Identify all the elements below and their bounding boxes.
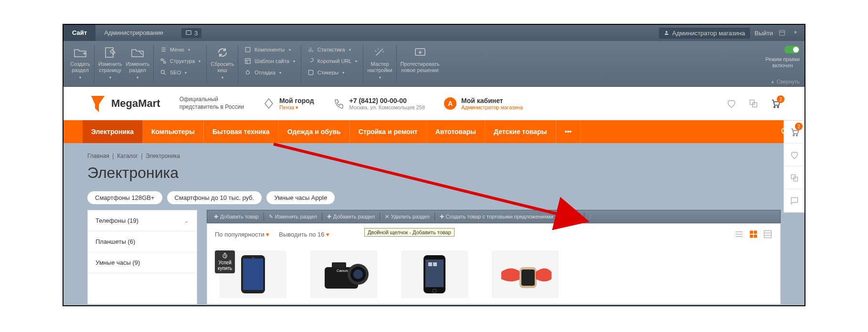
admin-ribbon: Создать раздел ▾ Изменить страницу ▾ Изм…	[64, 41, 804, 87]
logo-subtitle: Официальный представитель в России	[180, 96, 244, 111]
chevron-down-icon: ⌄	[184, 217, 189, 224]
tag-item[interactable]: Смартфоны до 10 тыс. руб.	[167, 191, 262, 204]
breadcrumb-home[interactable]: Главная	[87, 153, 109, 159]
nav-item-computers[interactable]: Компьютеры	[143, 120, 204, 143]
admin-user-button[interactable]: Администратор магазина	[659, 28, 750, 39]
ribbon-edit-mode[interactable]: Режим правки включен	[765, 46, 800, 69]
ribbon-menu[interactable]: Меню▾	[158, 45, 202, 54]
nav-item-clothing[interactable]: Одежда и обувь	[279, 120, 350, 143]
logout-link[interactable]: Выйти	[755, 30, 773, 37]
view-grid-icon[interactable]	[749, 229, 758, 239]
svg-point-2	[666, 31, 667, 33]
ribbon-debug[interactable]: Отладка▾	[242, 68, 297, 77]
category-sidebar: Телефоны (19) ⌄ Планшеты (6) Умные часы …	[87, 210, 197, 304]
svg-rect-15	[245, 47, 250, 52]
ribbon-stickers[interactable]: Стикеры▾	[305, 68, 360, 77]
edit-move-icon[interactable]	[560, 211, 570, 222]
svg-rect-37	[750, 231, 753, 234]
ribbon-label: Мастер настройки	[367, 61, 392, 73]
fixed-chat-icon[interactable]	[784, 189, 804, 212]
breadcrumb-catalog[interactable]: Каталог	[117, 153, 138, 159]
ribbon-structure[interactable]: Структура▾	[158, 56, 202, 66]
city-selector[interactable]: Мой город Пенза ▾	[263, 97, 314, 111]
edit-add-section[interactable]: ✚Добавить раздел	[323, 212, 379, 221]
ribbon-collapse[interactable]: ▲ Свернуть	[771, 79, 800, 84]
pin-icon[interactable]	[791, 29, 800, 37]
view-list-icon[interactable]	[734, 229, 744, 239]
ribbon-components[interactable]: Компоненты▾	[242, 45, 297, 54]
chart-icon	[307, 46, 314, 53]
link-icon	[307, 58, 314, 64]
svg-point-28	[774, 106, 775, 108]
ribbon-site-template[interactable]: Шаблон сайта▾	[242, 56, 297, 66]
edit-add-product[interactable]: ✚Добавить товар	[210, 212, 263, 221]
svg-point-64	[793, 135, 794, 136]
view-table-icon[interactable]	[763, 229, 773, 239]
tag-item[interactable]: Смартфоны 128GB+	[87, 191, 162, 204]
admin-notification[interactable]: 3	[181, 28, 201, 38]
ribbon-short-url[interactable]: Короткий URL▾	[305, 56, 360, 66]
tab-site[interactable]: Сайт	[64, 25, 95, 41]
close-icon: ✕	[385, 214, 389, 220]
component-edit-toolbar: ✚Добавить товар ✎Изменить раздел ✚Добави…	[207, 210, 781, 223]
product-card[interactable]	[396, 250, 473, 298]
edit-settings-icon[interactable]	[572, 211, 583, 222]
ribbon-statistics[interactable]: Статистика▾	[305, 45, 360, 54]
product-image: Canon	[310, 250, 377, 298]
fixed-compare-icon[interactable]	[784, 166, 804, 189]
avatar-icon: А	[444, 97, 456, 110]
compare-icon[interactable]	[748, 98, 759, 109]
edit-more-icon[interactable]: ⋮	[585, 211, 596, 222]
breadcrumb: Главная | Каталог | Электроника	[87, 153, 781, 159]
nav-item-more[interactable]: •••	[556, 120, 581, 143]
svg-rect-16	[245, 59, 251, 64]
nav-item-kids[interactable]: Детские товары	[485, 120, 556, 143]
tag-item[interactable]: Умные часы Apple	[266, 191, 335, 204]
nav-item-auto[interactable]: Автотовары	[427, 120, 485, 143]
ribbon-test-solution[interactable]: Протестировать новое решение	[399, 44, 442, 75]
category-smartwatch[interactable]: Умные часы (9)	[88, 252, 197, 273]
admin-topbar: Сайт Администрирование 3 Администратор м…	[64, 25, 804, 41]
edit-delete-section[interactable]: ✕Удалить раздел	[381, 212, 434, 221]
sticker-icon	[307, 69, 314, 76]
nav-item-appliances[interactable]: Бытовая техника	[204, 120, 279, 143]
ribbon-reset-cache[interactable]: Сбросить кеш ▾	[209, 44, 236, 82]
cabinet-block[interactable]: А Мой кабинет Администратор магазина	[444, 97, 523, 110]
svg-point-65	[796, 135, 797, 136]
admin-panel-icon[interactable]	[778, 29, 786, 37]
notification-icon	[185, 30, 192, 36]
tab-administration[interactable]: Администрирование	[95, 25, 172, 41]
sort-dropdown[interactable]: По популярности	[215, 231, 269, 238]
ribbon-edit-page[interactable]: Изменить страницу ▾	[96, 44, 124, 82]
ribbon-edit-section[interactable]: Изменить раздел ▾	[124, 44, 151, 82]
svg-point-1	[187, 32, 188, 33]
category-tablets[interactable]: Планшеты (6)	[88, 231, 197, 252]
logo[interactable]: MegaMart	[87, 94, 160, 113]
fixed-wishlist-icon[interactable]	[784, 144, 804, 166]
ribbon-label: Сбросить кеш	[211, 61, 234, 73]
category-phones[interactable]: Телефоны (19) ⌄	[88, 210, 197, 231]
user-icon	[664, 30, 669, 36]
plus-icon: ✚	[214, 214, 218, 220]
product-card[interactable]	[487, 250, 563, 298]
product-card[interactable]: Успей купить	[215, 250, 291, 298]
city-label: Мой город	[279, 97, 314, 104]
ribbon-wizard[interactable]: Мастер настройки ▾	[365, 44, 394, 82]
ribbon-seo[interactable]: SEO▾	[158, 68, 202, 77]
product-image	[401, 250, 468, 298]
ribbon-create-section[interactable]: Создать раздел ▾	[68, 44, 92, 82]
edit-mode-label1: Режим правки	[765, 56, 800, 62]
list-icon	[160, 46, 167, 53]
wishlist-icon[interactable]	[726, 98, 737, 109]
toggle-switch-icon[interactable]	[784, 46, 800, 53]
nav-item-construction[interactable]: Стройка и ремонт	[350, 120, 427, 143]
edit-create-offer[interactable]: ✚Создать товар с торговыми предложениями	[436, 212, 557, 221]
product-card[interactable]: Canon	[306, 250, 382, 298]
fixed-cart-icon[interactable]: 2	[784, 121, 804, 144]
svg-rect-61	[433, 262, 437, 266]
cart-icon[interactable]: 2	[770, 98, 781, 109]
edit-edit-section[interactable]: ✎Изменить раздел	[265, 212, 321, 221]
perpage-dropdown[interactable]: Выводить по 16	[279, 231, 329, 238]
promo-badge: Успей купить	[215, 250, 235, 273]
nav-item-electronics[interactable]: Электроника	[83, 120, 143, 143]
